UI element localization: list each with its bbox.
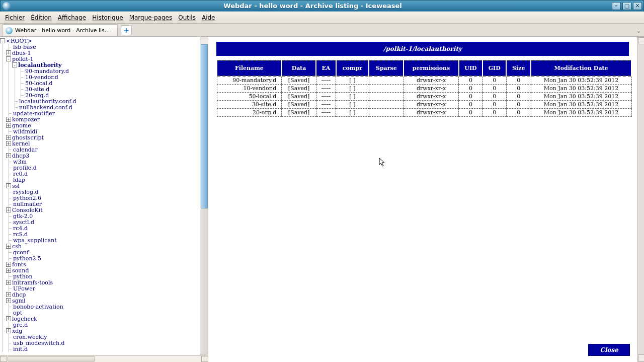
expand-icon[interactable]: + <box>6 262 11 267</box>
expand-icon[interactable]: + <box>6 298 11 303</box>
tree-row[interactable]: +logcheck <box>0 316 200 322</box>
tree-row[interactable]: python <box>0 273 200 279</box>
tree-row[interactable]: 20-org.d <box>0 92 200 98</box>
menu-item-marque-pages[interactable]: Marque-pages <box>129 14 173 21</box>
tree-row[interactable]: +sound <box>0 267 200 273</box>
scroll-left-icon[interactable] <box>0 356 7 362</box>
tree-row[interactable]: python2.5 <box>0 255 200 261</box>
tree-row[interactable]: wpa_supplicant <box>0 237 200 243</box>
expand-icon[interactable]: + <box>6 280 11 285</box>
tree-row[interactable]: +dhcp <box>0 292 200 298</box>
tree-row[interactable]: +xdg <box>0 328 200 334</box>
tree-row[interactable]: +csh <box>0 243 200 249</box>
tree-row[interactable]: UPower <box>0 285 200 292</box>
tree-row[interactable]: +initramfs-tools <box>0 279 200 285</box>
new-tab-button[interactable]: + <box>121 25 132 35</box>
expand-icon[interactable]: + <box>6 328 11 333</box>
tree-row[interactable]: 10-vendor.d <box>0 74 200 80</box>
tree-row[interactable]: init.d <box>0 346 200 352</box>
tree-row[interactable]: opt <box>0 310 200 316</box>
expand-icon[interactable]: + <box>6 153 11 158</box>
tree-row[interactable]: ldap <box>0 177 200 183</box>
expand-icon[interactable]: + <box>6 135 11 140</box>
tree-row[interactable]: +ConsoleKit <box>0 207 200 213</box>
expand-icon[interactable]: + <box>6 268 11 273</box>
tab-overflow-icon[interactable]: ⌄ <box>636 28 641 34</box>
tree-row[interactable]: +ghostscript <box>0 134 200 140</box>
tree-row[interactable]: bonobo-activation <box>0 304 200 310</box>
table-row[interactable]: 50-local.d[Saved]-----[ ]drwxr-xr-x000Mo… <box>217 93 631 101</box>
column-header[interactable]: Data <box>282 60 316 76</box>
column-header[interactable]: GID <box>482 60 506 76</box>
tree-row[interactable]: rc4.d <box>0 225 200 231</box>
tree-row[interactable]: gconf <box>0 249 200 255</box>
tree-vertical-scrollbar[interactable] <box>200 37 208 362</box>
tree-horizontal-scrollbar[interactable] <box>0 355 208 362</box>
tree-root[interactable]: -<ROOT> <box>0 38 200 44</box>
table-row[interactable]: 10-vendor.d[Saved]-----[ ]drwxr-xr-x000M… <box>217 85 631 93</box>
table-row[interactable]: 30-site.d[Saved]-----[ ]drwxr-xr-x000Mon… <box>217 101 631 109</box>
expand-icon[interactable]: + <box>6 141 11 146</box>
collapse-icon[interactable]: - <box>6 56 11 61</box>
expand-icon[interactable]: + <box>6 292 11 297</box>
expand-icon[interactable]: + <box>6 117 11 122</box>
tree-row[interactable]: gtk-2.0 <box>0 213 200 219</box>
scrollbar-track[interactable] <box>7 356 201 362</box>
tree-row[interactable]: rc0.d <box>0 171 200 177</box>
tree-row[interactable]: +dbus-1 <box>0 50 200 56</box>
tree-row[interactable]: update-notifier <box>0 110 200 116</box>
tree-row[interactable]: rsyslog.d <box>0 189 200 195</box>
content-vertical-scrollbar[interactable] <box>637 37 644 362</box>
tree-row[interactable]: localauthority.conf.d <box>0 98 200 104</box>
table-row[interactable]: 20-org.d[Saved]-----[ ]drwxr-xr-x000Mon … <box>217 109 631 117</box>
menu-item-aide[interactable]: Aide <box>202 14 215 21</box>
tree-row[interactable]: 50-local.d <box>0 80 200 86</box>
column-header[interactable]: Modifaction Date <box>531 60 631 76</box>
minimize-button[interactable]: – <box>612 2 621 10</box>
tree-row[interactable]: lsb-base <box>0 44 200 50</box>
column-header[interactable]: permissions <box>404 60 458 76</box>
column-header[interactable]: compr <box>336 60 369 76</box>
column-header[interactable]: UID <box>459 60 482 76</box>
tree-row[interactable]: +dhcp3 <box>0 153 200 159</box>
tree-row[interactable]: wildmidi <box>0 128 200 134</box>
expand-icon[interactable]: + <box>6 123 11 128</box>
tree-row[interactable]: +kompozer <box>0 116 200 122</box>
expand-icon[interactable]: + <box>6 207 11 212</box>
expand-icon[interactable]: + <box>6 183 11 188</box>
tree-row[interactable]: -polkit-1 <box>0 56 200 62</box>
tree-row[interactable]: 30-site.d <box>0 86 200 92</box>
tree-row[interactable]: +gnome <box>0 122 200 128</box>
collapse-icon[interactable]: - <box>12 62 17 67</box>
tree-row[interactable]: 90-mandatory.d <box>0 68 200 74</box>
collapse-icon[interactable]: - <box>0 38 5 43</box>
menu-item-affichage[interactable]: Affichage <box>58 14 86 21</box>
menu-item-édition[interactable]: Édition <box>31 14 52 21</box>
maximize-button[interactable]: ▢ <box>622 2 631 10</box>
expand-icon[interactable]: + <box>6 50 11 55</box>
menu-item-fichier[interactable]: Fichier <box>5 14 25 21</box>
column-header[interactable]: Filename <box>217 60 282 76</box>
tree-row[interactable]: +kernel <box>0 140 200 147</box>
close-window-button[interactable]: ✕ <box>633 2 642 10</box>
tree-row[interactable]: nullmailer <box>0 201 200 207</box>
expand-icon[interactable]: + <box>6 244 11 249</box>
tree-row[interactable]: +sgml <box>0 298 200 304</box>
menu-item-historique[interactable]: Historique <box>92 14 123 21</box>
expand-icon[interactable]: + <box>6 316 11 321</box>
tree-row[interactable]: python2.6 <box>0 195 200 201</box>
table-row[interactable]: 90-mandatory.d[Saved]-----[ ]drwxr-xr-x0… <box>217 76 631 85</box>
tree-pane[interactable]: -<ROOT>lsb-base+dbus-1-polkit-1-localaut… <box>0 37 200 362</box>
tree-row[interactable]: w3m <box>0 159 200 165</box>
browser-tab[interactable]: Webdar - hello word - Archive lis... <box>2 24 118 36</box>
menu-item-outils[interactable]: Outils <box>178 14 196 21</box>
scrollbar-thumb[interactable] <box>8 356 95 361</box>
tree-row[interactable]: gre.d <box>0 322 200 328</box>
tree-row[interactable]: cron.weekly <box>0 334 200 340</box>
column-header[interactable]: EA <box>316 60 336 76</box>
scrollbar-thumb[interactable] <box>201 44 208 208</box>
column-header[interactable]: Size <box>506 60 531 76</box>
tree-row[interactable]: usb_modeswitch.d <box>0 340 200 346</box>
column-header[interactable]: Sparse <box>369 60 404 76</box>
tree-row[interactable]: +fonts <box>0 261 200 267</box>
